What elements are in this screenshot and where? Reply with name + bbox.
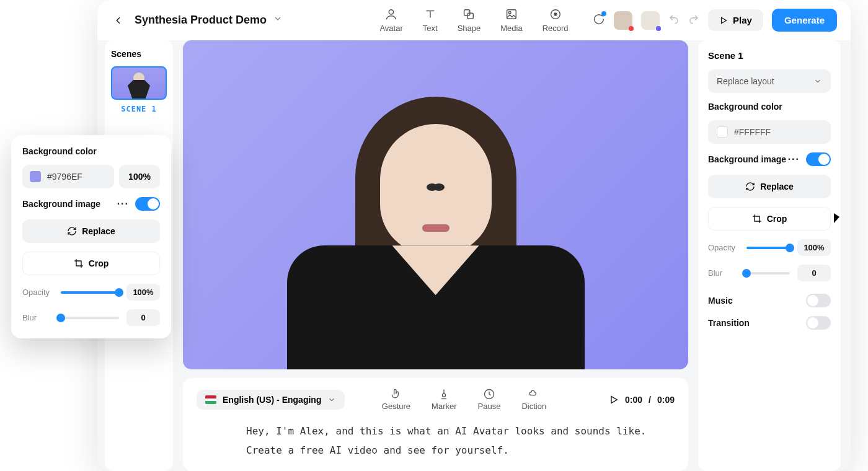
bg-color-label: Background color <box>708 102 831 112</box>
refresh-icon <box>745 182 755 191</box>
opacity-slider[interactable]: Opacity 100% <box>708 239 831 256</box>
svg-point-4 <box>508 11 511 14</box>
scene-heading: Scene 1 <box>708 50 831 61</box>
popover-opacity-slider[interactable]: Opacity 100% <box>22 284 160 301</box>
chevron-down-icon <box>813 77 822 86</box>
redo-button[interactable] <box>688 14 699 27</box>
script-tool-marker[interactable]: Marker <box>432 388 456 411</box>
collab-avatar-1[interactable] <box>614 11 632 30</box>
tool-shape[interactable]: Shape <box>458 7 481 33</box>
tool-record-label: Record <box>542 24 569 33</box>
popover-crop-button[interactable]: Crop <box>22 252 160 275</box>
bg-color-value: #FFFFFF <box>734 127 771 137</box>
popover-replace-button[interactable]: Replace <box>22 219 160 243</box>
bg-color-field[interactable]: #FFFFFF <box>708 120 831 144</box>
language-label: English (US) - Engaging <box>223 395 321 405</box>
notification-dot <box>601 11 606 16</box>
music-toggle[interactable] <box>806 294 831 307</box>
popover-blur-slider[interactable]: Blur 0 <box>22 309 160 326</box>
comments-button[interactable] <box>591 12 605 29</box>
script-panel: English (US) - Engaging Gesture Marker <box>183 378 688 471</box>
insert-toolbar: Avatar Text Shape Media Record <box>379 7 568 33</box>
replace-layout-select[interactable]: Replace layout <box>708 69 831 93</box>
script-tool-diction[interactable]: Diction <box>521 388 546 411</box>
play-icon <box>609 395 619 405</box>
transition-toggle[interactable] <box>806 316 831 330</box>
collab-avatar-2[interactable] <box>641 11 660 30</box>
bg-image-label: Background image <box>708 154 786 164</box>
app-window: Synthesia Product Demo Avatar Text Shape… <box>97 0 851 471</box>
svg-rect-2 <box>468 13 474 19</box>
bg-image-toggle[interactable] <box>806 152 831 166</box>
time-current: 0:00 <box>625 395 642 405</box>
blur-slider[interactable]: Blur 0 <box>708 265 831 281</box>
popover-bg-image-label: Background image <box>22 199 100 209</box>
project-title-text: Synthesia Product Demo <box>135 14 267 27</box>
tool-text[interactable]: Text <box>423 7 438 33</box>
play-button-label: Play <box>733 15 752 25</box>
popover-bg-color-field[interactable]: #9796EF <box>22 165 114 188</box>
center-column: English (US) - Engaging Gesture Marker <box>183 40 688 471</box>
tool-record[interactable]: Record <box>542 7 569 33</box>
tool-shape-label: Shape <box>458 24 481 33</box>
transition-label: Transition <box>708 318 750 328</box>
body: Scenes SCENE 1 English (US) - <box>97 40 851 471</box>
tool-text-label: Text <box>423 24 438 33</box>
tool-avatar-label: Avatar <box>379 24 402 33</box>
scenes-title: Scenes <box>111 49 167 59</box>
titlebar: Synthesia Product Demo Avatar Text Shape… <box>97 0 851 40</box>
scene-thumb-1[interactable] <box>111 66 167 100</box>
avatar-figure <box>275 97 597 369</box>
chevron-down-icon <box>273 14 283 27</box>
script-tool-gesture[interactable]: Gesture <box>382 388 410 411</box>
refresh-icon <box>67 226 77 236</box>
tool-media-label: Media <box>500 24 522 33</box>
music-label: Music <box>708 296 733 306</box>
script-tools: Gesture Marker Pause Diction <box>382 388 546 411</box>
properties-panel: Scene 1 Replace layout Background color … <box>698 40 841 471</box>
chevron-down-icon <box>327 395 336 404</box>
script-tool-pause[interactable]: Pause <box>478 388 501 411</box>
script-text[interactable]: Hey, I'm Alex, and this is what an AI Av… <box>197 422 675 460</box>
popover-bg-image-more[interactable]: ··· <box>117 198 129 209</box>
tool-avatar[interactable]: Avatar <box>379 7 402 33</box>
flag-icon <box>205 395 216 404</box>
tool-media[interactable]: Media <box>500 7 522 33</box>
header-right: Play Generate <box>591 9 837 32</box>
undo-button[interactable] <box>668 14 680 27</box>
svg-rect-1 <box>464 10 470 15</box>
replace-image-button[interactable]: Replace <box>708 175 831 198</box>
crop-icon <box>74 258 84 268</box>
bg-popover: Background color #9796EF 100% Background… <box>11 135 171 338</box>
bg-color-swatch <box>717 126 728 138</box>
popover-bg-opacity-field[interactable]: 100% <box>119 165 160 188</box>
blur-value: 0 <box>797 265 831 281</box>
opacity-value: 100% <box>797 239 831 256</box>
script-bar: English (US) - Engaging Gesture Marker <box>197 388 675 411</box>
popover-bg-color-label: Background color <box>22 146 160 156</box>
bg-image-more[interactable]: ··· <box>788 154 800 165</box>
svg-point-7 <box>443 394 446 397</box>
canvas[interactable] <box>183 40 688 369</box>
crop-icon <box>752 214 762 224</box>
generate-button-label: Generate <box>784 15 825 25</box>
play-button[interactable]: Play <box>708 9 763 31</box>
svg-point-6 <box>554 12 557 16</box>
generate-button[interactable]: Generate <box>772 9 837 32</box>
back-button[interactable] <box>108 11 128 30</box>
svg-point-0 <box>389 10 393 14</box>
language-selector[interactable]: English (US) - Engaging <box>197 390 345 410</box>
crop-image-button[interactable]: Crop <box>708 207 831 231</box>
scene-thumb-1-label: SCENE 1 <box>111 105 167 113</box>
svg-rect-3 <box>507 10 516 19</box>
timecode[interactable]: 0:00 / 0:09 <box>609 395 675 405</box>
popover-bg-image-toggle[interactable] <box>135 197 160 211</box>
project-title[interactable]: Synthesia Product Demo <box>135 14 283 27</box>
cursor-icon <box>834 213 839 223</box>
time-total: 0:09 <box>657 395 675 405</box>
popover-bg-swatch <box>30 171 41 182</box>
